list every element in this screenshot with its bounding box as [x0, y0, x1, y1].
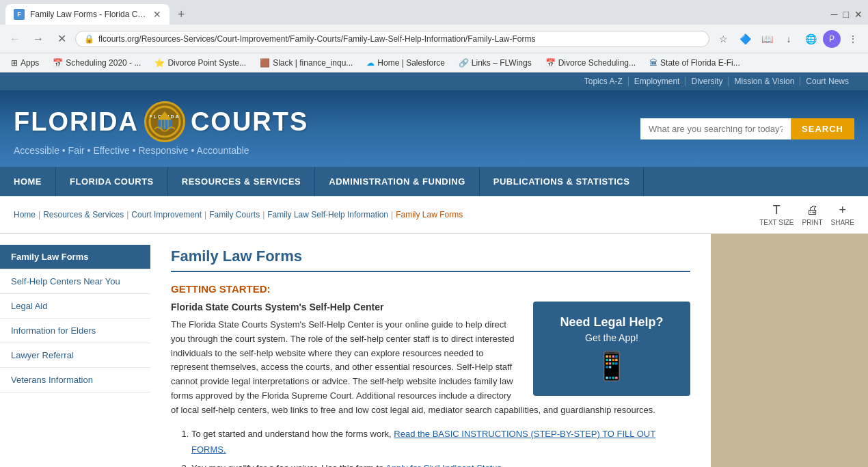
- bookmark-divorce-scheduling[interactable]: 📅 Divorce Scheduling...: [540, 57, 641, 69]
- site-header: FLORIDA FLORIDA COURTS: [0, 90, 868, 167]
- close-button[interactable]: ✕: [854, 9, 863, 20]
- website-content: Topics A-Z Employment Diversity Mission …: [0, 72, 868, 467]
- topnav-employment[interactable]: Employment: [629, 77, 686, 86]
- profile-button[interactable]: P: [823, 30, 841, 48]
- extension-button1[interactable]: 🔷: [735, 29, 755, 49]
- breadcrumb-home[interactable]: Home: [14, 210, 36, 219]
- logo-tagline: Accessible • Fair • Effective • Responsi…: [14, 145, 308, 156]
- flwings-icon: 🔗: [459, 58, 469, 68]
- divorce-point-icon: ⭐: [154, 58, 165, 68]
- bookmark-scheduling[interactable]: 📅 Scheduling 2020 - ...: [47, 57, 146, 69]
- address-bar[interactable]: 🔒 flcourts.org/Resources-Services/Court-…: [75, 31, 709, 47]
- sidebar-item-self-help-centers[interactable]: Self-Help Centers Near You: [0, 269, 150, 294]
- sidebar: Family Law Forms Self-Help Centers Near …: [0, 234, 150, 467]
- section-getting-started: GETTING STARTED:: [171, 283, 690, 295]
- bookmark-scheduling-label: Scheduling 2020 - ...: [66, 58, 141, 68]
- sidebar-item-information-elders[interactable]: Information for Elders: [0, 319, 150, 343]
- print-label: PRINT: [802, 219, 823, 226]
- logo-florida: FLORIDA: [14, 107, 139, 137]
- sidebar-item-family-law-forms[interactable]: Family Law Forms: [0, 245, 150, 269]
- bookmark-divorce-point-label: Divorce Point Syste...: [167, 58, 246, 68]
- mainnav-florida-courts[interactable]: FLORIDA COURTS: [56, 167, 168, 196]
- breadcrumb: Home | Resources & Services | Court Impr…: [14, 210, 463, 219]
- search-input[interactable]: [640, 118, 791, 139]
- search-button[interactable]: SEARCH: [791, 118, 854, 139]
- divorce-scheduling-icon: 📅: [545, 58, 556, 68]
- print-tool[interactable]: 🖨 PRINT: [802, 203, 823, 226]
- minimize-button[interactable]: ─: [831, 9, 838, 20]
- sidebar-item-legal-aid[interactable]: Legal Aid: [0, 294, 150, 319]
- sidebar-item-lawyer-referral[interactable]: Lawyer Referral: [0, 343, 150, 368]
- apps-icon: ⊞: [11, 58, 18, 68]
- lock-icon: 🔒: [84, 34, 94, 44]
- page-title: Family Law Forms: [171, 248, 690, 272]
- bookmark-state-florida[interactable]: 🏛 State of Florida E-Fi...: [644, 57, 746, 69]
- list-item-1: To get started and understand how the fo…: [191, 426, 690, 458]
- tab-close-button[interactable]: ✕: [153, 9, 161, 20]
- getting-started-list: To get started and understand how the fo…: [191, 426, 690, 467]
- bookmark-apps[interactable]: ⊞ Apps: [5, 57, 44, 69]
- bookmark-state-florida-label: State of Florida E-Fi...: [660, 58, 740, 68]
- print-icon: 🖨: [806, 203, 819, 217]
- bookmark-apps-label: Apps: [21, 58, 39, 68]
- bookmark-flwings[interactable]: 🔗 Links – FLWings: [453, 57, 537, 69]
- bookmark-star-button[interactable]: ☆: [714, 29, 733, 49]
- text-size-icon: T: [773, 203, 781, 217]
- list-item-2: You may qualify for a fee waiver. Use th…: [191, 460, 690, 467]
- browser-tab[interactable]: F Family Law Forms - Florida Cour... ✕: [5, 4, 169, 25]
- browser-frame: F Family Law Forms - Florida Cour... ✕ +…: [0, 0, 868, 467]
- list-item-2-text: You may qualify for a fee waiver. Use th…: [191, 463, 385, 467]
- mainnav-resources[interactable]: RESOURCES & SERVICES: [168, 167, 315, 196]
- tab-title: Family Law Forms - Florida Cour...: [30, 10, 148, 19]
- scheduling-icon: 📅: [53, 58, 63, 68]
- breadcrumb-current: Family Law Forms: [396, 210, 463, 219]
- logo-seal: FLORIDA: [144, 101, 185, 142]
- bookmark-salesforce[interactable]: ☁ Home | Salesforce: [361, 57, 450, 69]
- breadcrumb-family-courts[interactable]: Family Courts: [209, 210, 260, 219]
- share-tool[interactable]: + SHARE: [831, 203, 854, 226]
- sidebar-item-veterans-information[interactable]: Veterans Information: [0, 368, 150, 392]
- mainnav-administration[interactable]: ADMINISTRATION & FUNDING: [315, 167, 480, 196]
- topnav-courtnews[interactable]: Court News: [800, 77, 854, 86]
- text-size-label: TEXT SIZE: [759, 219, 794, 226]
- browser-actions: ☆ 🔷 📖 ↓ 🌐 P ⋮: [714, 29, 863, 49]
- civil-indigent-link[interactable]: Apply for Civil Indigent Status: [385, 463, 502, 467]
- share-icon: +: [839, 203, 847, 217]
- topnav-topics[interactable]: Topics A-Z: [579, 77, 629, 86]
- search-area: SEARCH: [640, 118, 854, 139]
- back-button[interactable]: ←: [5, 29, 25, 49]
- maximize-button[interactable]: □: [843, 9, 849, 20]
- topnav-mission[interactable]: Mission & Vision: [729, 77, 800, 86]
- page-tools: T TEXT SIZE 🖨 PRINT + SHARE: [759, 203, 854, 226]
- right-background: [711, 234, 868, 467]
- forward-button[interactable]: →: [29, 29, 48, 49]
- breadcrumb-resources[interactable]: Resources & Services: [43, 210, 124, 219]
- menu-button[interactable]: ⋮: [843, 29, 863, 49]
- new-tab-button[interactable]: +: [175, 5, 188, 25]
- browser-controls: ← → ✕ 🔒 flcourts.org/Resources-Services/…: [0, 25, 868, 53]
- browser-titlebar: F Family Law Forms - Florida Cour... ✕ +…: [0, 0, 868, 25]
- logo-courts: COURTS: [191, 107, 308, 137]
- extension-button4[interactable]: 🌐: [801, 29, 820, 49]
- topnav-diversity[interactable]: Diversity: [686, 77, 729, 86]
- mainnav-publications[interactable]: PUBLICATIONS & STATISTICS: [480, 167, 645, 196]
- bookmark-slack-label: Slack | finance_inqu...: [273, 58, 353, 68]
- reload-button[interactable]: ✕: [52, 29, 71, 49]
- text-size-tool[interactable]: T TEXT SIZE: [759, 203, 794, 226]
- mainnav-home[interactable]: HOME: [0, 167, 56, 196]
- extension-button3[interactable]: ↓: [779, 29, 798, 49]
- extension-button2[interactable]: 📖: [757, 29, 776, 49]
- slack-icon: 🟫: [260, 58, 270, 68]
- bookmark-flwings-label: Links – FLWings: [472, 58, 532, 68]
- breadcrumb-court-improvement[interactable]: Court Improvement: [131, 210, 202, 219]
- legal-app-phone-icon: 📱: [547, 350, 677, 382]
- share-label: SHARE: [831, 219, 854, 226]
- breadcrumb-selfhelp-info[interactable]: Family Law Self-Help Information: [267, 210, 388, 219]
- tab-favicon: F: [14, 9, 25, 20]
- logo-text: FLORIDA FLORIDA COURTS: [14, 101, 308, 142]
- legal-app-title: Need Legal Help?: [547, 315, 677, 330]
- list-item-1-text: To get started and understand how the fo…: [191, 429, 394, 439]
- bookmark-divorce-point[interactable]: ⭐ Divorce Point Syste...: [149, 57, 252, 69]
- address-text: flcourts.org/Resources-Services/Court-Im…: [98, 34, 535, 44]
- bookmark-slack[interactable]: 🟫 Slack | finance_inqu...: [254, 57, 358, 69]
